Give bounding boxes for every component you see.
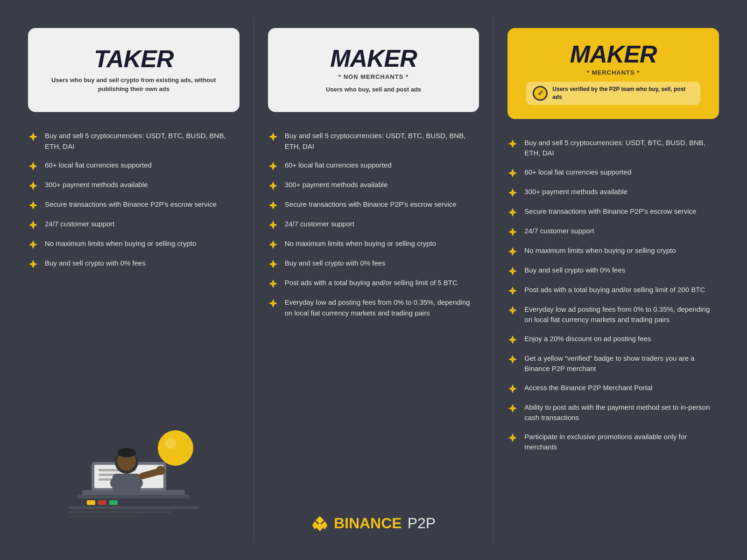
feature-text: Post ads with a total buying and/or sell…: [524, 285, 705, 295]
diamond-icon: [507, 305, 518, 315]
svg-rect-22: [68, 519, 115, 521]
feature-text: 300+ payment methods available: [524, 187, 627, 197]
feature-text: Get a yellow “verified” badge to show tr…: [524, 353, 719, 374]
svg-rect-20: [68, 511, 171, 513]
feature-text: 300+ payment methods available: [45, 180, 148, 190]
binance-text: BINANCE: [334, 515, 402, 532]
list-item: Buy and sell 5 cryptocurrencies: USDT, B…: [268, 131, 479, 152]
merchant-verified-badge: ✓ Users verified by the P2P team who buy…: [526, 82, 700, 105]
maker-merchant-card: MAKER * MERCHANTS * ✓ Users verified by …: [507, 28, 719, 119]
list-item: Post ads with a total buying and/or sell…: [507, 285, 719, 296]
taker-illustration: [28, 387, 240, 532]
svg-rect-8: [113, 474, 141, 492]
svg-point-11: [117, 448, 136, 457]
feature-text: No maximum limits when buying or selling…: [285, 238, 436, 249]
list-item: Buy and sell 5 cryptocurrencies: USDT, B…: [28, 131, 240, 152]
svg-rect-17: [98, 500, 106, 505]
maker-merchant-features: Buy and sell 5 cryptocurrencies: USDT, B…: [507, 138, 719, 453]
feature-text: 60+ local fiat currencies supported: [45, 160, 152, 171]
taker-features: Buy and sell 5 cryptocurrencies: USDT, B…: [28, 131, 240, 269]
feature-text: 60+ local fiat currencies supported: [524, 167, 631, 178]
feature-text: Everyday low ad posting fees from 0% to …: [285, 297, 479, 318]
taker-description: Users who buy and sell crypto from exist…: [47, 76, 221, 94]
svg-point-15: [165, 438, 176, 449]
maker-merchant-title: MAKER: [570, 42, 657, 66]
feature-text: No maximum limits when buying or selling…: [45, 238, 196, 249]
maker-non-card: MAKER * NON MERCHANTS * Users who buy, s…: [268, 28, 479, 112]
list-item: Buy and sell 5 cryptocurrencies: USDT, B…: [507, 138, 719, 159]
main-layout: TAKER Users who buy and sell crypto from…: [0, 0, 747, 560]
diamond-icon: [28, 200, 38, 210]
diamond-icon: [28, 161, 38, 171]
list-item: Secure transactions with Binance P2P's e…: [507, 206, 719, 217]
feature-text: 300+ payment methods available: [285, 180, 388, 190]
feature-text: Everyday low ad posting fees from 0% to …: [524, 304, 719, 325]
diamond-icon: [507, 246, 518, 257]
diamond-icon: [507, 139, 518, 149]
list-item: 24/7 customer support: [268, 219, 479, 230]
svg-point-13: [156, 466, 165, 475]
feature-text: Buy and sell crypto with 0% fees: [524, 265, 625, 276]
feature-text: Buy and sell crypto with 0% fees: [285, 258, 386, 269]
list-item: Everyday low ad posting fees from 0% to …: [507, 304, 719, 325]
illustration-svg: [54, 401, 213, 532]
feature-text: 24/7 customer support: [285, 219, 354, 230]
diamond-icon: [268, 132, 278, 142]
diamond-icon: [507, 188, 518, 198]
list-item: Buy and sell crypto with 0% fees: [28, 258, 240, 269]
list-item: 300+ payment methods available: [28, 180, 240, 191]
feature-text: Buy and sell 5 cryptocurrencies: USDT, B…: [524, 138, 719, 159]
svg-rect-21: [68, 515, 143, 518]
list-item: 60+ local fiat currencies supported: [507, 167, 719, 178]
maker-non-features: Buy and sell 5 cryptocurrencies: USDT, B…: [268, 131, 479, 318]
feature-text: Buy and sell crypto with 0% fees: [45, 258, 146, 269]
list-item: 60+ local fiat currencies supported: [28, 160, 240, 171]
diamond-icon: [268, 220, 278, 230]
diamond-icon: [507, 168, 518, 178]
maker-non-subtitle: * NON MERCHANTS *: [338, 73, 409, 80]
maker-non-column: MAKER * NON MERCHANTS * Users who buy, s…: [254, 19, 494, 541]
diamond-icon: [507, 384, 518, 394]
maker-merchant-subtitle: * MERCHANTS *: [587, 69, 640, 76]
taker-card: TAKER Users who buy and sell crypto from…: [28, 28, 240, 112]
list-item: 24/7 customer support: [507, 226, 719, 237]
svg-rect-1: [78, 495, 190, 498]
diamond-icon: [268, 298, 278, 308]
maker-non-description: Users who buy, sell and post ads: [326, 85, 421, 94]
p2p-text: P2P: [408, 515, 436, 532]
diamond-icon: [28, 259, 38, 269]
feature-text: Buy and sell 5 cryptocurrencies: USDT, B…: [45, 131, 240, 152]
svg-rect-19: [68, 506, 199, 509]
check-icon: ✓: [533, 86, 548, 101]
list-item: 300+ payment methods available: [507, 187, 719, 198]
taker-column: TAKER Users who buy and sell crypto from…: [14, 19, 254, 541]
diamond-icon: [28, 239, 38, 250]
svg-rect-16: [87, 500, 95, 505]
diamond-icon: [507, 433, 518, 443]
svg-rect-18: [109, 500, 118, 505]
list-item: Get a yellow “verified” badge to show tr…: [507, 353, 719, 374]
diamond-icon: [268, 259, 278, 269]
diamond-icon: [28, 132, 38, 142]
diamond-icon: [507, 335, 518, 345]
feature-text: Buy and sell 5 cryptocurrencies: USDT, B…: [285, 131, 479, 152]
feature-text: Ability to post ads with the payment met…: [524, 402, 719, 423]
list-item: Everyday low ad posting fees from 0% to …: [268, 297, 479, 318]
feature-text: Secure transactions with Binance P2P's e…: [524, 206, 696, 217]
feature-text: Enjoy a 20% discount on ad posting fees: [524, 334, 651, 344]
list-item: 24/7 customer support: [28, 219, 240, 230]
taker-title: TAKER: [94, 47, 173, 71]
feature-text: Secure transactions with Binance P2P's e…: [45, 199, 217, 210]
list-item: No maximum limits when buying or selling…: [507, 245, 719, 257]
diamond-icon: [268, 161, 278, 171]
diamond-icon: [507, 286, 518, 296]
svg-point-14: [158, 430, 193, 466]
maker-merchant-column: MAKER * MERCHANTS * ✓ Users verified by …: [493, 19, 733, 541]
feature-text: Access the Binance P2P Merchant Portal: [524, 383, 652, 393]
diamond-icon: [268, 279, 278, 289]
binance-logo-icon: [311, 515, 328, 532]
list-item: 60+ local fiat currencies supported: [268, 160, 479, 171]
list-item: No maximum limits when buying or selling…: [268, 238, 479, 250]
maker-non-title: MAKER: [330, 46, 417, 70]
list-item: Buy and sell crypto with 0% fees: [507, 265, 719, 276]
